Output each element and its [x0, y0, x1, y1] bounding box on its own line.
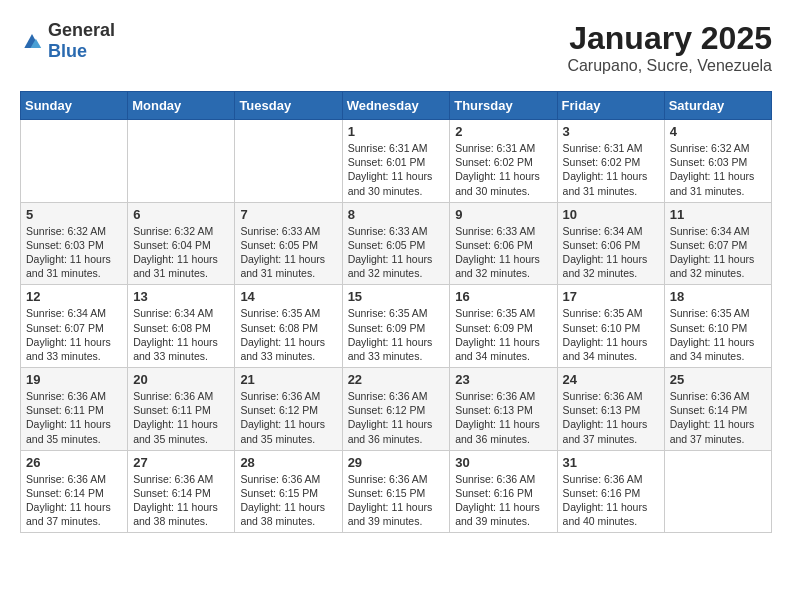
calendar-table: Sunday Monday Tuesday Wednesday Thursday…: [20, 91, 772, 533]
day-number: 29: [348, 455, 445, 470]
table-row: 6Sunrise: 6:32 AM Sunset: 6:04 PM Daylig…: [128, 202, 235, 285]
calendar-title: January 2025: [567, 20, 772, 57]
calendar-subtitle: Carupano, Sucre, Venezuela: [567, 57, 772, 75]
header-sunday: Sunday: [21, 92, 128, 120]
day-info: Sunrise: 6:32 AM Sunset: 6:03 PM Dayligh…: [26, 224, 122, 281]
day-number: 25: [670, 372, 766, 387]
day-number: 16: [455, 289, 551, 304]
page-header: General Blue January 2025 Carupano, Sucr…: [20, 20, 772, 75]
weekday-header-row: Sunday Monday Tuesday Wednesday Thursday…: [21, 92, 772, 120]
table-row: 5Sunrise: 6:32 AM Sunset: 6:03 PM Daylig…: [21, 202, 128, 285]
calendar-week-row: 19Sunrise: 6:36 AM Sunset: 6:11 PM Dayli…: [21, 368, 772, 451]
table-row: 31Sunrise: 6:36 AM Sunset: 6:16 PM Dayli…: [557, 450, 664, 533]
day-info: Sunrise: 6:34 AM Sunset: 6:08 PM Dayligh…: [133, 306, 229, 363]
table-row: 7Sunrise: 6:33 AM Sunset: 6:05 PM Daylig…: [235, 202, 342, 285]
table-row: 2Sunrise: 6:31 AM Sunset: 6:02 PM Daylig…: [450, 120, 557, 203]
table-row: 20Sunrise: 6:36 AM Sunset: 6:11 PM Dayli…: [128, 368, 235, 451]
day-info: Sunrise: 6:36 AM Sunset: 6:12 PM Dayligh…: [240, 389, 336, 446]
table-row: 30Sunrise: 6:36 AM Sunset: 6:16 PM Dayli…: [450, 450, 557, 533]
logo-blue: Blue: [48, 41, 87, 61]
day-info: Sunrise: 6:36 AM Sunset: 6:12 PM Dayligh…: [348, 389, 445, 446]
day-info: Sunrise: 6:35 AM Sunset: 6:09 PM Dayligh…: [348, 306, 445, 363]
table-row: [235, 120, 342, 203]
day-info: Sunrise: 6:33 AM Sunset: 6:05 PM Dayligh…: [240, 224, 336, 281]
table-row: 19Sunrise: 6:36 AM Sunset: 6:11 PM Dayli…: [21, 368, 128, 451]
table-row: 25Sunrise: 6:36 AM Sunset: 6:14 PM Dayli…: [664, 368, 771, 451]
table-row: 15Sunrise: 6:35 AM Sunset: 6:09 PM Dayli…: [342, 285, 450, 368]
day-info: Sunrise: 6:36 AM Sunset: 6:11 PM Dayligh…: [26, 389, 122, 446]
day-info: Sunrise: 6:32 AM Sunset: 6:04 PM Dayligh…: [133, 224, 229, 281]
day-number: 21: [240, 372, 336, 387]
calendar-week-row: 1Sunrise: 6:31 AM Sunset: 6:01 PM Daylig…: [21, 120, 772, 203]
day-info: Sunrise: 6:36 AM Sunset: 6:14 PM Dayligh…: [26, 472, 122, 529]
table-row: 13Sunrise: 6:34 AM Sunset: 6:08 PM Dayli…: [128, 285, 235, 368]
table-row: 14Sunrise: 6:35 AM Sunset: 6:08 PM Dayli…: [235, 285, 342, 368]
table-row: 3Sunrise: 6:31 AM Sunset: 6:02 PM Daylig…: [557, 120, 664, 203]
day-number: 24: [563, 372, 659, 387]
table-row: [21, 120, 128, 203]
day-number: 10: [563, 207, 659, 222]
title-block: January 2025 Carupano, Sucre, Venezuela: [567, 20, 772, 75]
day-info: Sunrise: 6:31 AM Sunset: 6:02 PM Dayligh…: [563, 141, 659, 198]
header-thursday: Thursday: [450, 92, 557, 120]
day-info: Sunrise: 6:36 AM Sunset: 6:15 PM Dayligh…: [348, 472, 445, 529]
day-number: 19: [26, 372, 122, 387]
day-info: Sunrise: 6:35 AM Sunset: 6:08 PM Dayligh…: [240, 306, 336, 363]
logo-text: General Blue: [48, 20, 115, 62]
table-row: 18Sunrise: 6:35 AM Sunset: 6:10 PM Dayli…: [664, 285, 771, 368]
day-number: 20: [133, 372, 229, 387]
day-info: Sunrise: 6:36 AM Sunset: 6:16 PM Dayligh…: [563, 472, 659, 529]
day-number: 9: [455, 207, 551, 222]
table-row: 10Sunrise: 6:34 AM Sunset: 6:06 PM Dayli…: [557, 202, 664, 285]
header-saturday: Saturday: [664, 92, 771, 120]
table-row: 9Sunrise: 6:33 AM Sunset: 6:06 PM Daylig…: [450, 202, 557, 285]
table-row: 16Sunrise: 6:35 AM Sunset: 6:09 PM Dayli…: [450, 285, 557, 368]
day-number: 12: [26, 289, 122, 304]
day-info: Sunrise: 6:36 AM Sunset: 6:15 PM Dayligh…: [240, 472, 336, 529]
day-info: Sunrise: 6:32 AM Sunset: 6:03 PM Dayligh…: [670, 141, 766, 198]
day-number: 6: [133, 207, 229, 222]
day-info: Sunrise: 6:36 AM Sunset: 6:16 PM Dayligh…: [455, 472, 551, 529]
day-number: 14: [240, 289, 336, 304]
day-number: 7: [240, 207, 336, 222]
day-number: 15: [348, 289, 445, 304]
day-info: Sunrise: 6:36 AM Sunset: 6:14 PM Dayligh…: [133, 472, 229, 529]
header-tuesday: Tuesday: [235, 92, 342, 120]
header-friday: Friday: [557, 92, 664, 120]
table-row: 21Sunrise: 6:36 AM Sunset: 6:12 PM Dayli…: [235, 368, 342, 451]
table-row: 24Sunrise: 6:36 AM Sunset: 6:13 PM Dayli…: [557, 368, 664, 451]
day-number: 26: [26, 455, 122, 470]
day-number: 28: [240, 455, 336, 470]
table-row: 23Sunrise: 6:36 AM Sunset: 6:13 PM Dayli…: [450, 368, 557, 451]
day-info: Sunrise: 6:34 AM Sunset: 6:06 PM Dayligh…: [563, 224, 659, 281]
day-number: 5: [26, 207, 122, 222]
day-info: Sunrise: 6:36 AM Sunset: 6:13 PM Dayligh…: [563, 389, 659, 446]
header-monday: Monday: [128, 92, 235, 120]
day-number: 2: [455, 124, 551, 139]
day-number: 8: [348, 207, 445, 222]
table-row: 27Sunrise: 6:36 AM Sunset: 6:14 PM Dayli…: [128, 450, 235, 533]
day-number: 1: [348, 124, 445, 139]
day-number: 13: [133, 289, 229, 304]
day-info: Sunrise: 6:36 AM Sunset: 6:13 PM Dayligh…: [455, 389, 551, 446]
day-number: 23: [455, 372, 551, 387]
table-row: 28Sunrise: 6:36 AM Sunset: 6:15 PM Dayli…: [235, 450, 342, 533]
day-info: Sunrise: 6:34 AM Sunset: 6:07 PM Dayligh…: [26, 306, 122, 363]
day-info: Sunrise: 6:35 AM Sunset: 6:10 PM Dayligh…: [670, 306, 766, 363]
day-number: 30: [455, 455, 551, 470]
day-info: Sunrise: 6:34 AM Sunset: 6:07 PM Dayligh…: [670, 224, 766, 281]
table-row: 26Sunrise: 6:36 AM Sunset: 6:14 PM Dayli…: [21, 450, 128, 533]
day-number: 22: [348, 372, 445, 387]
table-row: 12Sunrise: 6:34 AM Sunset: 6:07 PM Dayli…: [21, 285, 128, 368]
day-number: 11: [670, 207, 766, 222]
day-number: 27: [133, 455, 229, 470]
day-info: Sunrise: 6:35 AM Sunset: 6:09 PM Dayligh…: [455, 306, 551, 363]
table-row: 11Sunrise: 6:34 AM Sunset: 6:07 PM Dayli…: [664, 202, 771, 285]
day-info: Sunrise: 6:35 AM Sunset: 6:10 PM Dayligh…: [563, 306, 659, 363]
day-number: 31: [563, 455, 659, 470]
day-info: Sunrise: 6:33 AM Sunset: 6:06 PM Dayligh…: [455, 224, 551, 281]
table-row: 22Sunrise: 6:36 AM Sunset: 6:12 PM Dayli…: [342, 368, 450, 451]
table-row: 17Sunrise: 6:35 AM Sunset: 6:10 PM Dayli…: [557, 285, 664, 368]
calendar-week-row: 26Sunrise: 6:36 AM Sunset: 6:14 PM Dayli…: [21, 450, 772, 533]
day-number: 18: [670, 289, 766, 304]
